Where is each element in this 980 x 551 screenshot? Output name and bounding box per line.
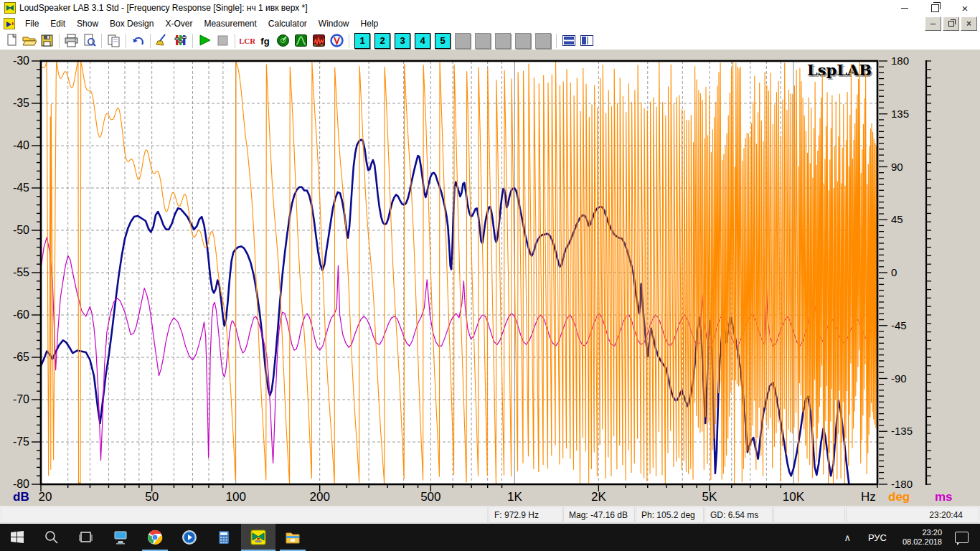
- frequency-response-chart[interactable]: LspLABLspLAB-30-35-40-45-50-55-60-65-70-…: [0, 50, 980, 506]
- taskbar-this-pc-icon[interactable]: [103, 524, 138, 551]
- tile-horizontal-button[interactable]: [560, 32, 578, 49]
- overlay-2-button[interactable]: 2: [374, 33, 390, 49]
- new-icon: [4, 33, 19, 48]
- taskbar-lsplab-icon[interactable]: [241, 524, 275, 551]
- chart-area: LspLABLspLAB-30-35-40-45-50-55-60-65-70-…: [0, 50, 980, 506]
- svg-text:-135: -135: [891, 425, 913, 437]
- menu-file[interactable]: File: [19, 17, 44, 31]
- notification-icon[interactable]: [955, 532, 969, 543]
- overlay-6-button[interactable]: [455, 33, 471, 49]
- menu-x-over[interactable]: X-Over: [159, 17, 198, 31]
- play-icon: [197, 33, 212, 48]
- undo-button[interactable]: [129, 32, 147, 49]
- impedance-button[interactable]: [274, 32, 292, 49]
- open-button[interactable]: [20, 32, 38, 49]
- status-field-mag: Mag: -47.16 dB: [563, 507, 635, 523]
- menu-window[interactable]: Window: [313, 17, 355, 31]
- toolbar-separator: [556, 34, 557, 48]
- save-button[interactable]: [38, 32, 56, 49]
- taskbar-media-player-icon[interactable]: [172, 524, 207, 551]
- menu-show[interactable]: Show: [71, 17, 104, 31]
- status-field-ph: Ph: 105.2 deg: [636, 507, 704, 523]
- print-preview-button[interactable]: [80, 32, 98, 49]
- overlay-10-button[interactable]: [535, 33, 551, 49]
- svg-text:20: 20: [39, 490, 52, 504]
- voltmeter-button[interactable]: [328, 32, 346, 49]
- toolbar-separator: [192, 34, 193, 48]
- overlay-5-button[interactable]: 5: [435, 33, 451, 49]
- chrome-icon: [146, 529, 164, 546]
- menu-help[interactable]: Help: [355, 17, 385, 31]
- new-button[interactable]: [2, 32, 20, 49]
- deg-ruler: [879, 61, 887, 484]
- taskbar-calculator-icon[interactable]: [207, 524, 241, 551]
- overlay-1-button[interactable]: 1: [354, 33, 370, 49]
- mdi-restore-button[interactable]: [943, 17, 959, 31]
- copy-icon: [106, 33, 121, 48]
- taskbar-file-explorer-icon[interactable]: [275, 524, 310, 551]
- close-button[interactable]: ×: [950, 0, 980, 16]
- taskbar-search-icon[interactable]: [34, 524, 69, 551]
- status-field-gd: GD: 6.54 ms: [705, 507, 773, 523]
- hz-ruler: [41, 485, 877, 491]
- overlay-8-button[interactable]: [495, 33, 511, 49]
- minimize-button[interactable]: [890, 0, 920, 16]
- status-field-f: F: 972.9 Hz: [489, 507, 562, 523]
- generator-button[interactable]: fg: [256, 32, 274, 49]
- overlay-9-button[interactable]: [515, 33, 531, 49]
- levels-button[interactable]: [171, 32, 189, 49]
- restore-icon: [931, 4, 939, 12]
- svg-text:-180: -180: [891, 478, 913, 490]
- stop-measurement-button[interactable]: [214, 32, 232, 49]
- svg-text:-45: -45: [891, 319, 907, 331]
- lcr-icon: LCR: [240, 33, 255, 48]
- start-icon: [9, 529, 26, 546]
- minimize-icon: [930, 24, 936, 24]
- mdi-close-button[interactable]: ×: [961, 17, 977, 31]
- status-fields: F: 972.9 HzMag: -47.16 dBPh: 105.2 degGD…: [488, 506, 845, 524]
- svg-text:500: 500: [420, 490, 440, 504]
- restore-button[interactable]: [920, 0, 950, 16]
- fg-icon: fg: [258, 33, 273, 48]
- print-button[interactable]: [62, 32, 80, 49]
- green-curve-icon: [293, 33, 308, 48]
- response-button[interactable]: [292, 32, 310, 49]
- svg-text:-35: -35: [13, 97, 29, 109]
- menu-box-design[interactable]: Box Design: [104, 17, 159, 31]
- lcr-meter-button[interactable]: LCR: [238, 32, 256, 49]
- spectrum-button[interactable]: [310, 32, 328, 49]
- tray-language[interactable]: РУС: [859, 532, 895, 543]
- taskbar-icons: [0, 524, 310, 551]
- tray-chevron-icon[interactable]: ∧: [835, 532, 859, 543]
- copy-button[interactable]: [105, 32, 123, 49]
- overlay-3-button[interactable]: 3: [395, 33, 410, 49]
- open-icon: [22, 33, 37, 48]
- taskbar-chrome-icon[interactable]: [138, 524, 172, 551]
- tile-vertical-button[interactable]: [578, 32, 595, 49]
- tray-clock[interactable]: 23:20 08.02.2018: [895, 528, 949, 547]
- taskbar: ∧ РУС 23:20 08.02.2018: [0, 524, 980, 551]
- svg-text:180: 180: [891, 55, 909, 67]
- mdi-minimize-button[interactable]: [925, 17, 941, 31]
- menu-edit[interactable]: Edit: [44, 17, 71, 31]
- close-icon: ×: [962, 3, 969, 14]
- svg-text:-70: -70: [13, 393, 29, 405]
- menu-calculator[interactable]: Calculator: [263, 17, 313, 31]
- task-view-icon: [77, 529, 95, 546]
- svg-text:-90: -90: [891, 372, 907, 385]
- sweep-button[interactable]: [154, 32, 171, 49]
- svg-text:50: 50: [145, 490, 159, 504]
- taskbar-task-view-icon[interactable]: [69, 524, 103, 551]
- run-measurement-button[interactable]: [196, 32, 214, 49]
- toolbar-separator: [150, 34, 151, 48]
- document-icon[interactable]: [4, 18, 15, 29]
- media-player-icon: [181, 529, 198, 546]
- svg-text:-60: -60: [13, 309, 29, 321]
- overlay-4-button[interactable]: 4: [415, 33, 430, 49]
- levels-icon: [173, 33, 188, 48]
- menu-measurement[interactable]: Measurement: [198, 17, 262, 31]
- taskbar-start-button[interactable]: [0, 524, 34, 551]
- svg-text:135: 135: [891, 108, 909, 120]
- overlay-7-button[interactable]: [475, 33, 491, 49]
- split-v-icon: [579, 33, 594, 48]
